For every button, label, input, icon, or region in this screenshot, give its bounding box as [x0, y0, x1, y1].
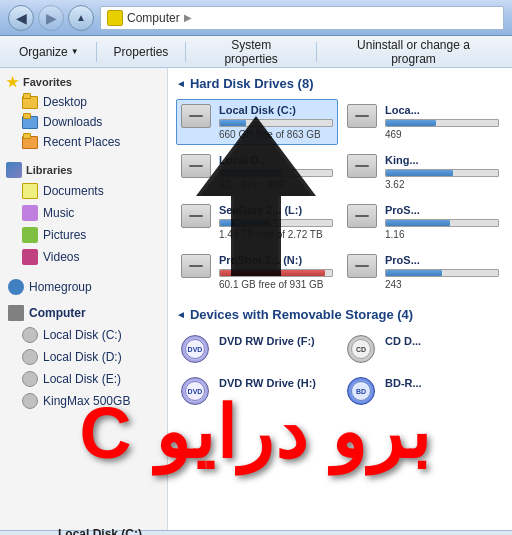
removable-item-cd[interactable]: CD CD D...: [342, 330, 504, 368]
disk-bar-pros2: [385, 269, 499, 277]
disk-info-pros2: ProS... 243: [385, 254, 499, 290]
sidebar-item-recent-places[interactable]: Recent Places: [0, 132, 167, 152]
main-layout: ★ Favorites Desktop Downloads Recent Pla…: [0, 68, 512, 530]
sidebar-item-drive-d[interactable]: Local Disk (D:): [0, 346, 167, 368]
disk-icon-seagate: [181, 204, 213, 232]
computer-icon: [107, 10, 123, 26]
statusbar-info: Local Disk (C:) Local Disk Space used: S…: [58, 527, 400, 536]
removable-name-h: DVD RW Drive (H:): [219, 377, 333, 389]
disk-item-pros2[interactable]: ProS... 243: [342, 249, 504, 295]
disk-name-c: Local Disk (C:): [219, 104, 333, 116]
toolbar-separator-1: [96, 42, 97, 62]
properties-button[interactable]: Properties: [103, 41, 180, 63]
disk-icon-2: [347, 104, 379, 132]
videos-icon: [22, 249, 38, 265]
disk-bar-proshot: [219, 269, 333, 277]
disk-name-2: Loca...: [385, 104, 499, 116]
disk-item-2[interactable]: Loca... 469: [342, 99, 504, 145]
breadcrumb[interactable]: Computer ▶: [100, 6, 504, 30]
disk-bar-fill-2: [386, 120, 436, 126]
folder-icon: [22, 116, 38, 129]
music-icon: [22, 205, 38, 221]
removable-info-cd: CD D...: [385, 335, 499, 347]
disk-icon: [22, 393, 38, 409]
breadcrumb-computer: Computer: [127, 11, 180, 25]
libraries-header: Libraries: [0, 160, 167, 180]
disk-info-4: King... 3.62: [385, 154, 499, 190]
disk-free-c: 660 GB free of 863 GB: [219, 129, 333, 140]
disk-icon-pros1: [347, 204, 379, 232]
disk-item-pros1[interactable]: ProS... 1.16: [342, 199, 504, 245]
disk-name-proshot: ProShot 2... (N:): [219, 254, 333, 266]
disk-bar-fill-3: [220, 170, 282, 176]
removable-name-f: DVD RW Drive (F:): [219, 335, 333, 347]
disk-item-4[interactable]: King... 3.62: [342, 149, 504, 195]
library-icon: [6, 162, 22, 178]
disk-icon: [22, 371, 38, 387]
disk-name-4: King...: [385, 154, 499, 166]
disk-free-pros1: 1.16: [385, 229, 499, 240]
up-button[interactable]: ▲: [68, 5, 94, 31]
homegroup-icon: [8, 279, 24, 295]
cd-icon: CD: [347, 335, 379, 363]
disk-item-3[interactable]: Local D... 42... free...499: [176, 149, 338, 195]
disk-bar-fill-c: [220, 120, 246, 126]
disk-free-4: 3.62: [385, 179, 499, 190]
disk-bar-seagate: [219, 219, 333, 227]
favorites-section: ★ Favorites Desktop Downloads Recent Pla…: [0, 72, 167, 152]
sidebar-item-downloads[interactable]: Downloads: [0, 112, 167, 132]
disk-info-pros1: ProS... 1.16: [385, 204, 499, 240]
disk-info-c: Local Disk (C:) 660 GB free of 863 GB: [219, 104, 333, 140]
disk-name-3: Local D...: [219, 154, 333, 166]
favorites-header: ★ Favorites: [0, 72, 167, 92]
breadcrumb-separator: ▶: [184, 12, 192, 23]
disk-icon-3: [181, 154, 213, 182]
sidebar-item-music[interactable]: Music: [0, 202, 167, 224]
removable-info-bd: BD-R...: [385, 377, 499, 389]
sidebar-item-documents[interactable]: Documents: [0, 180, 167, 202]
removable-item-bd[interactable]: BD BD-R...: [342, 372, 504, 410]
disk-bar-fill-pros1: [386, 220, 450, 226]
sidebar-item-computer[interactable]: Computer: [0, 302, 167, 324]
back-button[interactable]: ◀: [8, 5, 34, 31]
disk-bar-fill-pros2: [386, 270, 442, 276]
disk-bar-2: [385, 119, 499, 127]
sidebar-item-homegroup[interactable]: Homegroup: [0, 276, 167, 298]
disk-info-3: Local D... 42... free...499: [219, 154, 333, 190]
disk-name-pros2: ProS...: [385, 254, 499, 266]
disk-item-proshot[interactable]: ProShot 2... (N:) 60.1 GB free of 931 GB: [176, 249, 338, 295]
removable-item-f[interactable]: DVD DVD RW Drive (F:): [176, 330, 338, 368]
pictures-icon: [22, 227, 38, 243]
star-icon: ★: [6, 74, 19, 90]
sidebar: ★ Favorites Desktop Downloads Recent Pla…: [0, 68, 168, 530]
computer-section: Computer Local Disk (C:) Local Disk (D:)…: [0, 302, 167, 412]
disk-info-seagate: SeaGate 2... (L:) 1.49 TB free of 2.72 T…: [219, 204, 333, 240]
disk-bar-4: [385, 169, 499, 177]
disk-free-proshot: 60.1 GB free of 931 GB: [219, 279, 333, 290]
disk-bar-c: [219, 119, 333, 127]
disk-icon: [22, 327, 38, 343]
statusbar-disk-name: Local Disk (C:): [58, 527, 400, 536]
toolbar-separator-3: [316, 42, 317, 62]
disk-bar-fill-proshot: [220, 270, 325, 276]
uninstall-button[interactable]: Uninstall or change a program: [323, 34, 504, 70]
forward-button[interactable]: ▶: [38, 5, 64, 31]
titlebar: ◀ ▶ ▲ Computer ▶: [0, 0, 512, 36]
sidebar-item-drive-kingmax[interactable]: KingMax 500GB: [0, 390, 167, 412]
sidebar-item-pictures[interactable]: Pictures: [0, 224, 167, 246]
disk-item-seagate[interactable]: SeaGate 2... (L:) 1.49 TB free of 2.72 T…: [176, 199, 338, 245]
disk-item-c[interactable]: Local Disk (C:) 660 GB free of 863 GB: [176, 99, 338, 145]
removable-name-cd: CD D...: [385, 335, 499, 347]
sidebar-item-drive-e[interactable]: Local Disk (E:): [0, 368, 167, 390]
documents-icon: [22, 183, 38, 199]
system-properties-button[interactable]: System properties: [192, 34, 310, 70]
sidebar-item-desktop[interactable]: Desktop: [0, 92, 167, 112]
sidebar-item-videos[interactable]: Videos: [0, 246, 167, 268]
computer-icon: [8, 305, 24, 321]
organize-button[interactable]: Organize ▼: [8, 41, 90, 63]
hard-drives-title: Hard Disk Drives (8): [176, 76, 504, 91]
organize-dropdown-arrow: ▼: [71, 47, 79, 56]
removable-item-h[interactable]: DVD DVD RW Drive (H:): [176, 372, 338, 410]
disk-info-proshot: ProShot 2... (N:) 60.1 GB free of 931 GB: [219, 254, 333, 290]
sidebar-item-drive-c[interactable]: Local Disk (C:): [0, 324, 167, 346]
